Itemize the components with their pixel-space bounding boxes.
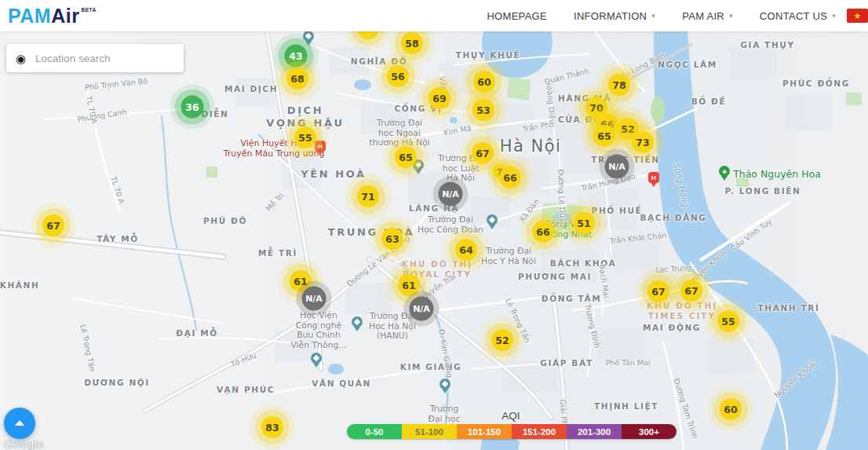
logo-air: Air: [51, 5, 79, 27]
map-label: BẠCH ĐẰNG: [640, 213, 706, 222]
hospital-pin-head: H: [648, 172, 659, 183]
aqi-marker[interactable]: 67: [647, 280, 669, 302]
aqi-marker[interactable]: 64: [455, 239, 477, 261]
map-label: MAI DỊCH: [224, 84, 278, 93]
aqi-marker[interactable]: 65: [395, 146, 417, 168]
aqi-legend-bar: 0-5051-100101-150151-200201-300300+: [347, 424, 677, 439]
map-label: Trường Đại Học Hà Nội (HANU): [369, 312, 416, 342]
nav-item-label: PAM AIR: [682, 10, 724, 22]
school-pin-tail: [354, 327, 360, 331]
nav-item-pam-air[interactable]: PAM AIR▾: [682, 10, 733, 22]
aqi-marker[interactable]: 36: [181, 96, 204, 119]
nav-item-label: CONTACT US: [760, 10, 827, 22]
scroll-up-fab[interactable]: [4, 408, 35, 439]
aqi-marker[interactable]: 73: [632, 131, 654, 153]
hospital-pin-head: H: [315, 141, 326, 152]
aqi-marker[interactable]: 69: [429, 87, 450, 109]
aqi-marker-na[interactable]: N/A: [410, 297, 434, 321]
locate-target-icon[interactable]: ◉: [16, 53, 26, 64]
aqi-marker[interactable]: 61: [398, 274, 420, 296]
school-pin-head: [311, 353, 322, 364]
aqi-marker[interactable]: 58: [401, 32, 423, 54]
aqi-marker[interactable]: 67: [42, 214, 64, 236]
aqi-marker[interactable]: 56: [387, 65, 409, 87]
map-label: Hà Nội: [500, 137, 562, 155]
google-watermark: Google: [4, 437, 44, 450]
aqi-marker[interactable]: 67: [472, 142, 494, 164]
aqi-marker[interactable]: 68: [286, 68, 308, 90]
school-pin-icon[interactable]: [303, 31, 314, 46]
map-label: PHƯƠNG MAI: [518, 272, 592, 281]
aqi-marker[interactable]: 67: [680, 280, 702, 302]
aqi-marker[interactable]: 51: [573, 212, 595, 234]
map-label: DƯƠNG NỘI: [84, 378, 150, 387]
map-label: VẠN PHÚC: [217, 385, 275, 394]
map-label: P. LONG BIÊN: [725, 186, 801, 196]
search-input[interactable]: [34, 52, 184, 65]
aqi-marker[interactable]: 60: [720, 398, 742, 420]
aqi-marker-na[interactable]: N/A: [605, 155, 629, 179]
school-pin-tail: [313, 363, 319, 368]
aqi-marker[interactable]: 63: [381, 228, 403, 250]
aqi-marker[interactable]: 66: [532, 221, 554, 243]
aqi-marker-na[interactable]: N/A: [439, 182, 463, 207]
hospital-pin-icon[interactable]: H: [315, 141, 326, 155]
legend-segment-101-150: 101-150: [457, 424, 512, 439]
aqi-marker[interactable]: 53: [472, 99, 494, 121]
tree-pin-icon[interactable]: ♣: [719, 166, 730, 181]
legend-segment-51-100: 51-100: [402, 424, 457, 439]
school-pin-tail: [442, 389, 448, 393]
aqi-marker[interactable]: 66: [499, 166, 521, 188]
pamair-app: MAI DỊCHNGHĨA ĐÔTHỤY KHUÊCỐNG VỊHÀNG MÃC…: [0, 0, 868, 450]
map-label: PHỐ HUẾ: [592, 206, 643, 215]
nav-item-label: HOMEPAGE: [487, 10, 547, 22]
map-label: PHÚ ĐÔ: [203, 216, 247, 225]
aqi-marker[interactable]: 71: [357, 185, 379, 207]
aqi-marker[interactable]: 52: [491, 329, 513, 351]
map-label: THỊNH LIỆT: [594, 401, 658, 411]
nav-item-homepage[interactable]: HOMEPAGE: [487, 10, 547, 22]
tree-pin-head: ♣: [719, 166, 730, 177]
map-label: GIA THỤY: [740, 40, 794, 49]
legend-segment-0-50: 0-50: [347, 424, 402, 439]
map-label: DIỄN: [202, 109, 229, 119]
map-label: THANH TRÌ: [758, 303, 820, 313]
school-pin-icon[interactable]: [311, 353, 322, 368]
aqi-marker[interactable]: 55: [717, 310, 739, 332]
map-label: PHÚC ĐỒNG: [782, 79, 850, 88]
hospital-pin-tail: [651, 182, 657, 187]
aqi-marker[interactable]: 60: [473, 71, 495, 93]
aqi-marker-na[interactable]: N/A: [302, 287, 326, 311]
nav-item-information[interactable]: INFORMATION▾: [574, 10, 655, 22]
school-pin-icon[interactable]: [352, 316, 363, 331]
aqi-marker[interactable]: 43: [285, 45, 308, 68]
map-label: YÊN HOÀ: [301, 168, 367, 181]
aqi-marker[interactable]: 65: [593, 125, 615, 147]
school-pin-tail: [415, 170, 421, 174]
nav-item-contact-us[interactable]: CONTACT US▾: [760, 10, 836, 22]
map-label: THỤY KHUÊ: [456, 50, 521, 60]
school-pin-icon[interactable]: [487, 214, 498, 229]
map-label: DỊCH VỌNG HẬU: [266, 104, 345, 129]
school-pin-head: [439, 379, 450, 390]
tree-pin-tail: [721, 176, 728, 181]
aqi-legend-title: AQI: [501, 410, 520, 422]
map-label: MAI ĐỘNG: [643, 323, 701, 332]
map-label: GIÁP BÁT: [540, 358, 593, 368]
hospital-pin-icon[interactable]: H: [648, 172, 659, 187]
map-label: KHÁNH: [0, 280, 39, 290]
vietnam-flag-icon[interactable]: ★: [847, 9, 868, 23]
map-label: KHU ĐÔ THỊ TIMES CITY: [647, 301, 717, 321]
aqi-marker[interactable]: 83: [261, 416, 283, 438]
map-label: Trường Đại học: [429, 404, 461, 424]
chevron-down-icon: ▾: [832, 12, 836, 20]
pamair-logo[interactable]: PAMAirBETA: [8, 5, 97, 27]
map-label: Trường Đại học Ngoại thương Hà Nội: [369, 119, 430, 148]
chevron-down-icon: ▾: [729, 12, 733, 20]
aqi-marker[interactable]: 55: [294, 126, 316, 148]
school-pin-icon[interactable]: [439, 379, 450, 393]
aqi-marker[interactable]: 78: [608, 74, 630, 96]
chevron-down-icon: ▾: [651, 12, 655, 20]
map-label: ĐẠI MỖ: [176, 328, 217, 338]
map-label: TÂY MỖ: [97, 234, 139, 243]
